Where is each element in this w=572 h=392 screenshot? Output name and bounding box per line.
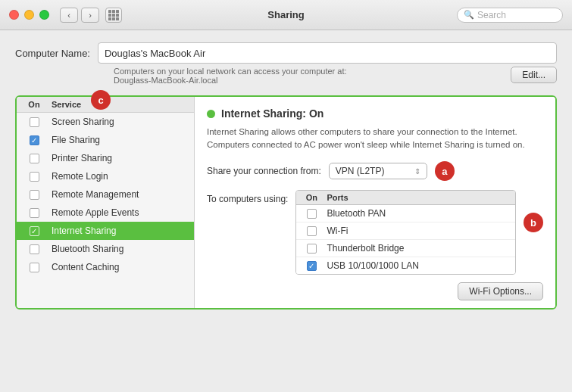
ports-header-label: Ports: [327, 193, 348, 202]
bottom-bar: Wi-Fi Options...: [207, 282, 543, 300]
maximize-button[interactable]: [39, 10, 49, 20]
wifi-options-button[interactable]: Wi-Fi Options...: [458, 282, 543, 300]
computer-name-label: Computer Name:: [15, 48, 90, 59]
port-cb-wifi[interactable]: [296, 226, 327, 236]
cb-printer-sharing: [30, 154, 39, 163]
service-name-bluetooth-sharing: Bluetooth Sharing: [52, 244, 123, 254]
port-cb-thunderbolt[interactable]: [296, 244, 327, 254]
port-name-thunderbolt: Thunderbolt Bridge: [327, 243, 404, 254]
right-panel: Internet Sharing: On Internet Sharing al…: [195, 97, 555, 308]
service-item-internet-sharing[interactable]: ✓ Internet Sharing: [17, 222, 194, 240]
port-cb-bluetooth-pan[interactable]: [296, 209, 327, 219]
col-on-header: On: [17, 100, 52, 109]
nav-buttons: ‹ ›: [60, 8, 99, 23]
checkbox-remote-apple-events[interactable]: [17, 208, 52, 218]
cb-remote-management: [30, 190, 39, 200]
computer-name-input[interactable]: [98, 42, 557, 64]
status-row: Internet Sharing: On: [207, 107, 543, 120]
status-indicator: [207, 110, 215, 118]
cb-bluetooth-sharing: [30, 244, 39, 254]
cb-port-bluetooth-pan: [307, 209, 317, 219]
vpn-select[interactable]: VPN (L2TP) ⇕: [329, 163, 427, 179]
service-name-remote-login: Remote Login: [52, 171, 108, 182]
cb-file-sharing: ✓: [30, 135, 39, 145]
to-computers-row: To computers using: On Ports Bluetooth P…: [207, 190, 543, 275]
ports-header: On Ports: [296, 191, 515, 205]
close-button[interactable]: [9, 10, 19, 20]
service-item-printer-sharing[interactable]: Printer Sharing: [17, 149, 194, 167]
port-name-usb-lan: USB 10/100/1000 LAN: [327, 260, 418, 271]
checkbox-remote-management[interactable]: [17, 190, 52, 200]
subtitle-row: Computers on your local network can acce…: [15, 67, 557, 85]
search-placeholder: Search: [477, 10, 506, 20]
ports-table: On Ports Bluetooth PAN: [295, 190, 516, 275]
port-item-wifi[interactable]: Wi-Fi: [296, 222, 515, 240]
cb-remote-apple-events: [30, 208, 39, 218]
titlebar: ‹ › Sharing 🔍 Search: [0, 0, 572, 30]
service-name-content-caching: Content Caching: [52, 262, 119, 272]
grid-icon: [108, 10, 119, 20]
service-name-internet-sharing: Internet Sharing: [52, 226, 116, 236]
service-item-file-sharing[interactable]: ✓ File Sharing: [17, 131, 194, 149]
annotation-b: b: [524, 213, 543, 232]
service-list: On Service Screen Sharing ✓ File Sharing: [17, 97, 195, 308]
edit-button[interactable]: Edit...: [511, 67, 557, 83]
port-item-thunderbolt[interactable]: Thunderbolt Bridge: [296, 240, 515, 257]
forward-button[interactable]: ›: [81, 8, 99, 23]
cb-port-usb-lan: ✓: [307, 261, 317, 271]
checkbox-content-caching[interactable]: [17, 263, 52, 272]
computer-name-subtitle: Computers on your local network can acce…: [114, 67, 500, 85]
annotation-a: a: [435, 161, 455, 181]
service-item-remote-login[interactable]: Remote Login: [17, 167, 194, 185]
checkbox-screen-sharing[interactable]: [17, 117, 52, 127]
service-name-file-sharing: File Sharing: [52, 135, 100, 145]
traffic-lights: [9, 10, 49, 20]
service-name-printer-sharing: Printer Sharing: [52, 153, 112, 163]
computer-name-row: Computer Name:: [15, 42, 557, 64]
ports-header-on: On: [296, 193, 327, 202]
service-item-content-caching[interactable]: Content Caching: [17, 258, 194, 276]
search-box[interactable]: 🔍 Search: [457, 8, 563, 23]
service-item-screen-sharing[interactable]: Screen Sharing: [17, 113, 194, 131]
service-item-remote-management[interactable]: Remote Management: [17, 185, 194, 204]
checkbox-bluetooth-sharing[interactable]: [17, 244, 52, 254]
minimize-button[interactable]: [24, 10, 34, 20]
grid-button[interactable]: [105, 8, 122, 23]
status-title: Internet Sharing: On: [221, 107, 324, 120]
port-cb-usb-lan[interactable]: ✓: [296, 261, 327, 271]
port-name-bluetooth-pan: Bluetooth PAN: [327, 208, 386, 219]
vpn-value: VPN (L2TP): [336, 166, 385, 176]
description-text: Internet Sharing allows other computers …: [207, 126, 543, 151]
share-from-label: Share your connection from:: [207, 166, 321, 176]
cb-internet-sharing: ✓: [30, 226, 39, 236]
checkbox-file-sharing[interactable]: ✓: [17, 135, 52, 145]
service-name-remote-management: Remote Management: [52, 189, 139, 200]
service-item-bluetooth-sharing[interactable]: Bluetooth Sharing: [17, 240, 194, 258]
back-button[interactable]: ‹: [60, 8, 78, 23]
main-content: Computer Name: Computers on your local n…: [0, 30, 572, 310]
service-item-remote-apple-events[interactable]: Remote Apple Events: [17, 204, 194, 222]
select-arrow-icon: ⇕: [414, 167, 420, 176]
cb-remote-login: [30, 172, 39, 182]
cb-content-caching: [30, 263, 39, 272]
cb-port-thunderbolt: [307, 244, 317, 254]
window-title: Sharing: [267, 9, 304, 20]
checkbox-remote-login[interactable]: [17, 172, 52, 182]
bottom-section: On Service Screen Sharing ✓ File Sharing: [15, 95, 557, 310]
to-computers-label: To computers using:: [207, 190, 288, 204]
service-name-screen-sharing: Screen Sharing: [52, 117, 114, 127]
port-item-bluetooth-pan[interactable]: Bluetooth PAN: [296, 205, 515, 222]
search-icon: 🔍: [464, 10, 474, 20]
service-name-remote-apple-events: Remote Apple Events: [52, 207, 139, 218]
cb-port-wifi: [307, 226, 317, 236]
checkbox-printer-sharing[interactable]: [17, 154, 52, 163]
port-name-wifi: Wi-Fi: [327, 226, 348, 236]
cb-screen-sharing: [30, 117, 39, 127]
share-from-row: Share your connection from: VPN (L2TP) ⇕…: [207, 161, 543, 181]
checkbox-internet-sharing[interactable]: ✓: [17, 226, 52, 236]
port-item-usb-lan[interactable]: ✓ USB 10/100/1000 LAN: [296, 257, 515, 274]
col-service-header: Service: [52, 100, 81, 109]
